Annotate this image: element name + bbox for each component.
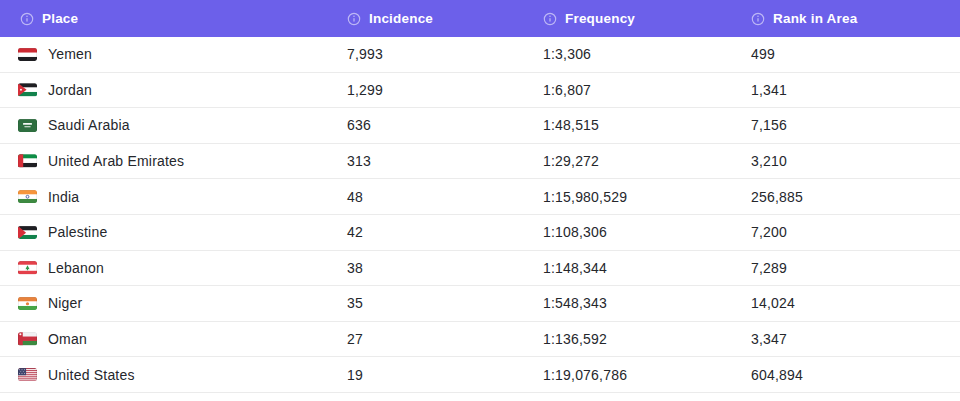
frequency-value: 1:3,306 xyxy=(543,46,751,62)
incidence-value: 19 xyxy=(347,367,543,383)
rank-in-area-value: 499 xyxy=(751,46,960,62)
rank-in-area-value: 3,210 xyxy=(751,153,960,169)
flag-lebanon-icon xyxy=(18,261,37,275)
place-name: Niger xyxy=(48,295,82,311)
place-name: Palestine xyxy=(48,224,107,240)
column-header-incidence[interactable]: Incidence xyxy=(347,11,543,26)
flag-yemen-icon xyxy=(18,48,37,62)
frequency-value: 1:548,343 xyxy=(543,295,751,311)
column-header-label: Rank in Area xyxy=(773,11,857,26)
table-row: Palestine 42 1:108,306 7,200 xyxy=(0,215,960,251)
column-header-label: Incidence xyxy=(369,11,433,26)
column-header-label: Frequency xyxy=(565,11,635,26)
column-header-place[interactable]: Place xyxy=(0,11,347,26)
table-row: India 48 1:15,980,529 256,885 xyxy=(0,179,960,215)
incidence-value: 35 xyxy=(347,295,543,311)
rank-in-area-value: 7,289 xyxy=(751,260,960,276)
frequency-value: 1:148,344 xyxy=(543,260,751,276)
table-row: Yemen 7,993 1:3,306 499 xyxy=(0,37,960,73)
info-icon[interactable] xyxy=(347,12,361,26)
place-cell: Oman xyxy=(0,331,347,347)
table-row: Oman 27 1:136,592 3,347 xyxy=(0,322,960,358)
info-icon[interactable] xyxy=(20,12,34,26)
frequency-value: 1:29,272 xyxy=(543,153,751,169)
place-cell: India xyxy=(0,189,347,205)
column-header-label: Place xyxy=(42,11,78,26)
incidence-value: 1,299 xyxy=(347,82,543,98)
table-body: Yemen 7,993 1:3,306 499 Jordan 1,299 1:6… xyxy=(0,37,960,393)
table-row: Lebanon 38 1:148,344 7,289 xyxy=(0,251,960,287)
table-row: Saudi Arabia 636 1:48,515 7,156 xyxy=(0,108,960,144)
table-row: United Arab Emirates 313 1:29,272 3,210 xyxy=(0,144,960,180)
info-icon[interactable] xyxy=(751,12,765,26)
rank-in-area-value: 256,885 xyxy=(751,189,960,205)
place-name: United Arab Emirates xyxy=(48,153,184,169)
place-name: United States xyxy=(48,367,135,383)
rank-in-area-value: 604,894 xyxy=(751,367,960,383)
places-statistics-table: Place Incidence Frequency Ran xyxy=(0,0,960,393)
place-cell: Jordan xyxy=(0,82,347,98)
frequency-value: 1:19,076,786 xyxy=(543,367,751,383)
column-header-rank-in-area[interactable]: Rank in Area xyxy=(751,11,960,26)
flag-united-arab-emirates-icon xyxy=(18,154,37,168)
flag-oman-icon xyxy=(18,332,37,346)
rank-in-area-value: 1,341 xyxy=(751,82,960,98)
flag-jordan-icon xyxy=(18,83,37,97)
flag-palestine-icon xyxy=(18,226,37,240)
table-header: Place Incidence Frequency Ran xyxy=(0,0,960,37)
rank-in-area-value: 14,024 xyxy=(751,295,960,311)
place-cell: United States xyxy=(0,367,347,383)
flag-united-states-icon xyxy=(18,368,37,382)
info-icon[interactable] xyxy=(543,12,557,26)
frequency-value: 1:6,807 xyxy=(543,82,751,98)
place-name: Jordan xyxy=(48,82,92,98)
place-cell: Niger xyxy=(0,295,347,311)
incidence-value: 38 xyxy=(347,260,543,276)
place-cell: Palestine xyxy=(0,224,347,240)
incidence-value: 27 xyxy=(347,331,543,347)
rank-in-area-value: 7,156 xyxy=(751,117,960,133)
place-cell: United Arab Emirates xyxy=(0,153,347,169)
place-cell: Lebanon xyxy=(0,260,347,276)
frequency-value: 1:15,980,529 xyxy=(543,189,751,205)
table-row: United States 19 1:19,076,786 604,894 xyxy=(0,357,960,393)
place-cell: Yemen xyxy=(0,46,347,62)
place-name: India xyxy=(48,189,79,205)
table-row: Jordan 1,299 1:6,807 1,341 xyxy=(0,73,960,109)
flag-india-icon xyxy=(18,190,37,204)
flag-saudi-arabia-icon xyxy=(18,119,37,133)
place-name: Yemen xyxy=(48,46,92,62)
flag-niger-icon xyxy=(18,297,37,311)
rank-in-area-value: 3,347 xyxy=(751,331,960,347)
frequency-value: 1:108,306 xyxy=(543,224,751,240)
rank-in-area-value: 7,200 xyxy=(751,224,960,240)
frequency-value: 1:48,515 xyxy=(543,117,751,133)
incidence-value: 48 xyxy=(347,189,543,205)
incidence-value: 42 xyxy=(347,224,543,240)
column-header-frequency[interactable]: Frequency xyxy=(543,11,751,26)
table-row: Niger 35 1:548,343 14,024 xyxy=(0,286,960,322)
frequency-value: 1:136,592 xyxy=(543,331,751,347)
place-name: Lebanon xyxy=(48,260,104,276)
incidence-value: 313 xyxy=(347,153,543,169)
incidence-value: 636 xyxy=(347,117,543,133)
place-name: Oman xyxy=(48,331,87,347)
place-name: Saudi Arabia xyxy=(48,117,130,133)
incidence-value: 7,993 xyxy=(347,46,543,62)
place-cell: Saudi Arabia xyxy=(0,117,347,133)
